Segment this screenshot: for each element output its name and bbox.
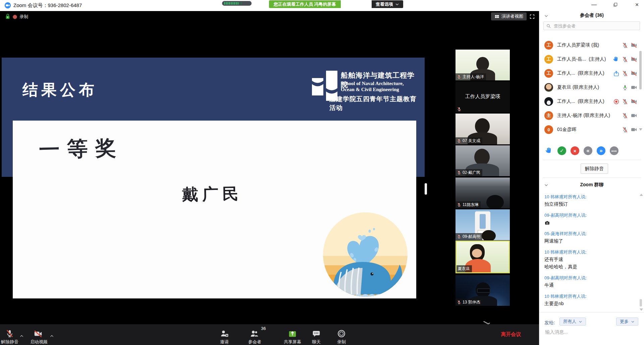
participant-row[interactable]: 工作人... (联席主持人) [539,94,640,109]
avatar: 工 [544,41,553,50]
participants-scroll-down-arrow[interactable] [639,128,642,131]
participants-header: 参会者 (36) [539,11,644,20]
chat-message-input[interactable] [544,329,640,335]
video-tile[interactable]: 11陈东琳 [455,178,510,208]
view-options-label: 查看选项 [376,1,393,7]
mic-options-caret[interactable] [19,334,24,338]
mic-muted-icon [457,75,461,79]
video-options-caret[interactable] [50,334,54,338]
video-tile[interactable]: 09-郝高明 [455,209,510,240]
participants-label[interactable]: 参会者 [248,339,261,345]
raised-hand-icon [613,56,620,63]
chat-message: 10 韩林甫对所有人说: 还有手速 哈哈哈哈，真是 [544,249,638,270]
mic-muted-icon [457,300,461,304]
search-input[interactable] [553,23,632,29]
chat-text: 牛通 [544,281,638,289]
avatar: 0 [544,125,553,134]
chat-more-button[interactable]: 更多 [616,318,638,326]
invite-label[interactable]: 邀请 [220,339,229,345]
video-tile[interactable]: 主持人-杨洋 [455,50,510,80]
send-to-select[interactable]: 所有人 [559,318,586,326]
unmute-label[interactable]: 解除静音 [1,339,18,345]
window-titlebar: Zoom 会议号：936-2802-6487 您正在观看工作人员 冯粤的屏幕 查… [0,0,644,11]
chat-message: 10 韩林甫对所有人说: 拍立得预订 [544,194,638,208]
participants-scrollbar-thumb[interactable] [639,51,642,89]
school-name-en-line1: School of Naval Architecture, [341,81,404,86]
participant-name: 工作人... [557,98,575,104]
feedback-more-icon[interactable]: ••• [610,146,619,155]
panel-unmute-button[interactable]: 解除静音 [581,163,608,174]
video-tile-name: 工作人员罗梁瑛 [455,93,510,100]
record-label[interactable]: 录制 [337,339,346,345]
participant-row[interactable]: 主 主持人-杨洋 (联席主持人) [539,109,640,123]
feedback-yes-icon[interactable]: ✓ [557,146,566,155]
feedback-no-icon[interactable]: × [571,146,579,155]
share-screen-label[interactable]: 共享屏幕 [284,339,301,345]
participant-name: 夏衣旦 [557,84,571,90]
chevron-down-icon [579,320,582,324]
video-tile[interactable]: 02-戴广民 [455,145,510,176]
divider [543,178,641,178]
battery-indicator [222,1,252,6]
chat-scrollbar-thumb[interactable] [640,299,642,306]
camera-off-icon [631,98,637,105]
video-tile[interactable]: 工作人员罗梁瑛 [455,81,510,112]
mic-muted-icon [457,234,461,239]
view-options-button[interactable]: 查看选项 [372,0,403,8]
fullscreen-icon[interactable] [529,14,535,19]
participant-row[interactable]: 工 工作人员-岳... (主持人) [539,52,640,66]
search-participants-box[interactable] [543,21,640,30]
start-video-label[interactable]: 启动视频 [30,339,48,345]
participants-icon[interactable] [250,329,259,338]
participants-title: 参会者 (36) [539,12,644,18]
chat-scroll-down-arrow[interactable] [640,308,643,311]
feedback-slower-icon[interactable]: « [584,146,592,155]
start-video-icon[interactable] [34,329,43,338]
grid-view-icon [494,14,499,19]
video-tile[interactable]: 13 郭仲杰 [455,275,510,306]
participant-role: (联席主持人) [578,98,604,104]
video-tile-name: 02-戴广民 [463,170,480,176]
avatar: 工 [544,69,553,78]
close-button[interactable]: × [629,0,644,9]
video-tile[interactable]: 07 吴文成 [455,114,510,144]
invite-icon[interactable] [220,329,229,338]
feedback-faster-icon[interactable]: » [597,146,605,155]
record-icon[interactable] [337,329,346,338]
shared-screen-scroll-handle[interactable] [425,183,427,195]
shared-slide: 结果公布 船舶海洋与建筑工程学院 School of Naval Archite… [2,58,425,296]
chat-sender: 09-郝高明对所有人说: [544,212,638,219]
raise-hand-icon[interactable] [545,147,553,155]
winner-name-text: 戴广民 [182,183,243,205]
mic-muted-icon [457,170,461,175]
leave-meeting-button[interactable]: 离开会议 [501,331,521,338]
participant-name: 工作人员-岳... [557,56,586,62]
avatar-photo [544,83,553,92]
minimize-button[interactable]: — [586,0,602,9]
participant-row[interactable]: 夏衣旦 (联席主持人) [539,80,640,94]
recording-label: 录制 [19,14,28,20]
maximize-button[interactable] [608,0,623,9]
chevron-down-icon [631,320,635,324]
participant-row[interactable]: 工 工作人... (联席主持人) [539,66,640,80]
participant-role: (联席主持人) [573,84,599,90]
chat-icon[interactable] [312,329,321,338]
chat-sender: 10 韩林甫对所有人说: [544,249,638,256]
recording-status-icon [613,98,620,105]
camera-off-icon [631,56,637,63]
speaker-view-button[interactable]: 演讲者视图 [491,12,527,20]
participant-row[interactable]: 0 01金彦晖 [539,123,640,137]
chat-message-list: 10 韩林甫对所有人说: 拍立得预订 09-郝高明对所有人说: 05-庞海祥对所… [544,192,638,307]
participant-name: 主持人-杨洋 [557,113,582,118]
participant-row[interactable]: 工 工作人员罗梁瑛 (我) [539,38,640,52]
sharing-screen-icon [613,70,620,77]
speaker-view-label: 演讲者视图 [501,13,523,19]
unmute-mic-icon[interactable] [5,329,14,338]
mic-muted-icon [622,56,628,63]
video-tile-name: 夏衣旦 [458,266,470,272]
video-tile-active-speaker[interactable]: 夏衣旦 [455,240,510,273]
share-screen-icon[interactable] [288,329,297,339]
chat-scroll-up-arrow[interactable] [640,194,643,196]
meeting-toolbar: 解除静音 启动视频 邀请 36 参会者 共享屏幕 聊天 录制 离开会议 [0,324,539,345]
chat-label[interactable]: 聊天 [312,339,321,345]
